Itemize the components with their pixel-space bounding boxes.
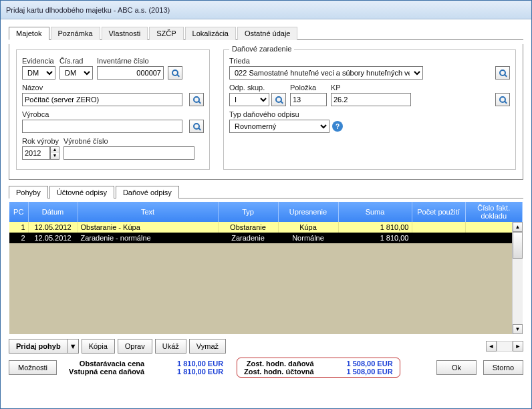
- tab-lokalizacia[interactable]: Lokalizácia: [185, 27, 236, 40]
- invcislo-input[interactable]: [97, 66, 164, 80]
- search-icon: [275, 96, 282, 103]
- typodpisu-select[interactable]: Rovnomerný: [229, 120, 329, 133]
- search-icon: [499, 70, 506, 76]
- scroll-right-icon[interactable]: ►: [513, 341, 523, 352]
- col-suma[interactable]: Suma: [338, 202, 412, 222]
- zostu-value: 1 508,00 EUR: [326, 368, 393, 376]
- col-upresnenie[interactable]: Upresnenie: [278, 202, 338, 222]
- obst-label: Obstarávacia cena: [69, 360, 144, 368]
- subtabs: Pohyby Účtovné odpisy Daňové odpisy: [9, 185, 523, 198]
- polozka-input[interactable]: [290, 93, 327, 106]
- evidencia-select[interactable]: DM: [22, 66, 55, 80]
- storno-button[interactable]: Storno: [483, 360, 523, 375]
- grid-header: PC Dátum Text Typ Upresnenie Suma Počet …: [9, 202, 523, 222]
- lbl-odpskup: Odp. skup.: [229, 84, 286, 92]
- lbl-nazov: Názov: [22, 84, 185, 92]
- grid-toolbar: Pridaj pohyb ▼ Kópia Oprav Ukáž Vymaž ◄ …: [9, 337, 523, 355]
- pridaj-pohyb-button[interactable]: Pridaj pohyb: [9, 339, 68, 354]
- grid-wrap: PC Dátum Text Typ Upresnenie Suma Počet …: [9, 201, 523, 335]
- zostd-label: Zost. hodn. daňová: [244, 360, 314, 368]
- lbl-invcislo: Inventárne číslo: [97, 57, 164, 65]
- scroll-thumb[interactable]: [513, 232, 523, 259]
- totals: Obstarávacia cena 1 810,00 EUR Vstupná c…: [69, 360, 223, 376]
- col-pc[interactable]: PC: [9, 202, 28, 222]
- table-row[interactable]: 1 12.05.2012 Obstaranie - Kúpa Obstarani…: [9, 222, 523, 233]
- grid-body: 1 12.05.2012 Obstaranie - Kúpa Obstarani…: [9, 222, 523, 334]
- oprav-button[interactable]: Oprav: [118, 339, 152, 354]
- help-icon[interactable]: ?: [332, 121, 343, 132]
- rokvyroby-input[interactable]: [22, 146, 50, 160]
- table-row[interactable]: 2 12.05.2012 Zaradenie - normálne Zarade…: [9, 233, 523, 243]
- vyrobca-input[interactable]: [22, 120, 182, 133]
- window-title: Pridaj kartu dlhodobého majetku - ABC a.…: [6, 6, 170, 14]
- tab-szcp[interactable]: SZČP: [149, 27, 183, 40]
- titlebar: Pridaj kartu dlhodobého majetku - ABC a.…: [1, 1, 531, 19]
- col-pocet[interactable]: Počet použití: [412, 202, 465, 222]
- odpskup-lookup-button[interactable]: [271, 93, 286, 106]
- vyrobca-lookup-button[interactable]: [189, 120, 204, 133]
- vstup-value: 1 810,00 EUR: [156, 368, 223, 376]
- vstup-label: Vstupná cena daňová: [69, 368, 144, 376]
- tab-body: Evidencia DM Čís.rad DM Inventárne číslo: [9, 44, 523, 180]
- zost-box: Zost. hodn. daňová 1 508,00 EUR Zost. ho…: [237, 358, 400, 378]
- rokvyroby-spinner[interactable]: ▲ ▼: [50, 146, 59, 160]
- col-cfd[interactable]: Číslo fakt. dokladu: [465, 202, 523, 222]
- subtab-pohyby[interactable]: Pohyby: [9, 186, 48, 198]
- kopia-button[interactable]: Kópia: [82, 339, 115, 354]
- col-datum[interactable]: Dátum: [28, 202, 78, 222]
- tab-poznamka[interactable]: Poznámka: [51, 27, 100, 40]
- cisrad-select[interactable]: DM: [59, 66, 93, 80]
- tab-majetok[interactable]: Majetok: [9, 27, 49, 40]
- lbl-cisrad: Čís.rad: [59, 57, 93, 65]
- lbl-vyrobnecislo: Výrobné číslo: [63, 137, 204, 145]
- vymaz-button[interactable]: Vymaž: [189, 339, 226, 354]
- zostd-value: 1 508,00 EUR: [326, 360, 393, 368]
- subtab-uctovne[interactable]: Účtovné odpisy: [49, 186, 114, 198]
- obst-value: 1 810,00 EUR: [156, 360, 223, 368]
- kp-lookup-button[interactable]: [495, 93, 510, 106]
- panel-right-title: Daňové zaradenie: [229, 45, 294, 53]
- grid-vscroll[interactable]: ▲ ▼: [512, 222, 523, 334]
- tab-vlastnosti[interactable]: Vlastnosti: [102, 27, 148, 40]
- lbl-evidencia: Evidencia: [22, 57, 55, 65]
- ok-button[interactable]: Ok: [436, 360, 477, 375]
- scroll-down-icon[interactable]: ▼: [513, 324, 523, 334]
- lbl-kp: KP: [331, 84, 491, 92]
- col-typ[interactable]: Typ: [218, 202, 278, 222]
- footer: Možnosti Obstarávacia cena 1 810,00 EUR …: [9, 358, 523, 378]
- grid-hscroll[interactable]: ◄ ►: [486, 341, 523, 352]
- moznosti-button[interactable]: Možnosti: [9, 360, 57, 375]
- nazov-input[interactable]: [22, 93, 182, 106]
- trieda-lookup-button[interactable]: [495, 66, 510, 80]
- nazov-lookup-button[interactable]: [189, 93, 204, 106]
- subtab-danove[interactable]: Daňové odpisy: [116, 186, 179, 198]
- hscroll-track[interactable]: [497, 341, 513, 352]
- search-icon: [193, 96, 200, 103]
- spin-up-icon[interactable]: ▲: [51, 147, 59, 153]
- lbl-typodpisu: Typ daňového odpisu: [229, 110, 343, 118]
- invcislo-lookup-button[interactable]: [168, 66, 182, 80]
- vyrobnecislo-input[interactable]: [63, 146, 194, 160]
- lbl-polozka: Položka: [290, 84, 327, 92]
- odpskup-select[interactable]: I: [229, 93, 269, 106]
- kp-input[interactable]: [331, 93, 411, 106]
- scroll-track[interactable]: [513, 259, 523, 324]
- lbl-rokvyroby: Rok výroby: [22, 137, 59, 145]
- spin-down-icon[interactable]: ▼: [51, 153, 59, 159]
- panel-right: Daňové zaradenie Trieda 022 Samostatné h…: [223, 49, 516, 170]
- panel-left: Evidencia DM Čís.rad DM Inventárne číslo: [16, 49, 210, 170]
- search-icon: [172, 70, 178, 76]
- lbl-trieda: Trieda: [229, 57, 491, 65]
- col-text[interactable]: Text: [78, 202, 218, 222]
- trieda-select[interactable]: 022 Samostatné hnuteľné veci a súbory hn…: [229, 66, 423, 80]
- tab-ostatne[interactable]: Ostatné údaje: [237, 27, 298, 40]
- lbl-vyrobca: Výrobca: [22, 110, 185, 118]
- zostu-label: Zost. hodn. účtovná: [244, 368, 314, 376]
- pridaj-pohyb-dropdown[interactable]: ▼: [68, 339, 79, 354]
- scroll-up-icon[interactable]: ▲: [513, 222, 523, 232]
- search-icon: [499, 96, 506, 103]
- scroll-left-icon[interactable]: ◄: [486, 341, 497, 352]
- ukaz-button[interactable]: Ukáž: [155, 339, 186, 354]
- main-tabs: Majetok Poznámka Vlastnosti SZČP Lokaliz…: [9, 26, 523, 40]
- window: Pridaj kartu dlhodobého majetku - ABC a.…: [0, 0, 532, 409]
